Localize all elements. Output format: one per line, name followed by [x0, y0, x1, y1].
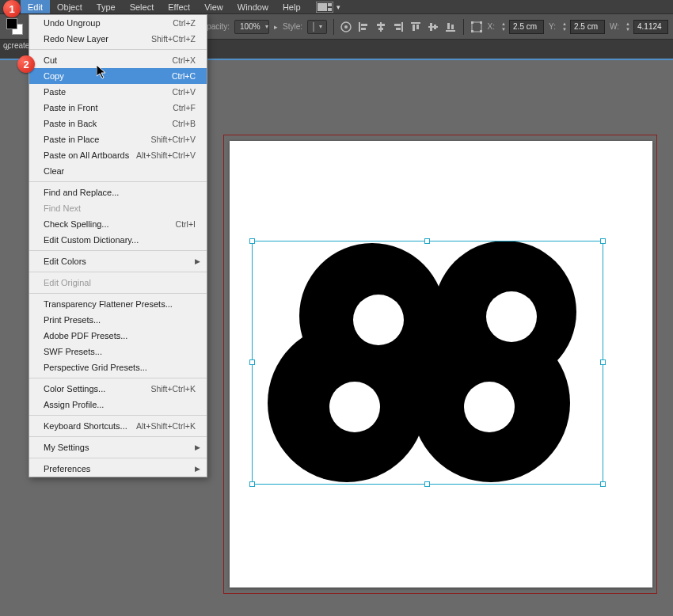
svg-rect-22	[447, 23, 450, 29]
menubar-item-window[interactable]: Window	[230, 0, 276, 13]
stepper-icon[interactable]: ▲▼	[500, 20, 508, 34]
chevron-right-icon[interactable]: ▸	[274, 23, 278, 31]
menu-item-shortcut: Alt+Shift+Ctrl+K	[136, 420, 196, 432]
edit-menu-item[interactable]: Print Presets...	[29, 312, 207, 328]
edit-menu-item[interactable]: My Settings▶	[29, 439, 207, 455]
menu-item-label: Keyboard Shortcuts...	[44, 420, 127, 432]
w-field[interactable]: ▲▼ 4.1124	[624, 20, 668, 34]
align-top-icon[interactable]	[409, 19, 422, 35]
edit-menu-item[interactable]: Check Spelling...Ctrl+I	[29, 216, 207, 232]
graphic-style-dropdown[interactable]: ▾	[307, 20, 327, 34]
resize-handle-bl[interactable]	[249, 481, 255, 487]
resize-handle-tm[interactable]	[424, 238, 430, 244]
align-vcenter-icon[interactable]	[427, 19, 439, 35]
annotation-badge-2: 2	[17, 55, 35, 73]
edit-menu-item[interactable]: Adobe PDF Presets...	[29, 328, 207, 344]
edit-menu-item[interactable]: Preferences▶	[29, 461, 207, 477]
edit-menu-item[interactable]: Edit Colors▶	[29, 253, 207, 269]
menu-item-shortcut: Ctrl+I	[176, 219, 196, 230]
resize-handle-tl[interactable]	[249, 238, 255, 244]
align-left-icon[interactable]	[357, 19, 370, 35]
menu-item-shortcut: Shift+Ctrl+K	[150, 383, 196, 394]
style-label: Style:	[283, 22, 302, 31]
y-label: Y:	[549, 22, 556, 31]
resize-handle-br[interactable]	[600, 481, 606, 487]
menu-item-label: Edit Colors	[44, 256, 86, 267]
edit-menu-item[interactable]: Color Settings...Shift+Ctrl+K	[29, 381, 207, 397]
edit-menu-item[interactable]: PasteCtrl+V	[29, 84, 207, 100]
edit-menu-item[interactable]: Transparency Flattener Presets...	[29, 296, 207, 312]
edit-menu-item[interactable]: SWF Presets...	[29, 344, 207, 359]
resize-handle-tr[interactable]	[600, 238, 606, 244]
workspace-layout-switcher[interactable]	[316, 2, 333, 13]
svg-rect-15	[411, 22, 420, 24]
menubar-item-type[interactable]: Type	[89, 0, 123, 13]
chevron-right-icon: ▶	[195, 256, 200, 267]
menubar-item-view[interactable]: View	[197, 0, 230, 13]
fill-swatch[interactable]	[6, 18, 17, 29]
y-field[interactable]: ▲▼ 2.5 cm	[561, 20, 605, 34]
edit-menu-item[interactable]: Clear	[29, 163, 207, 179]
chevron-down-icon: ▾	[319, 23, 322, 30]
align-bottom-icon[interactable]	[444, 19, 457, 35]
svg-rect-16	[413, 25, 415, 31]
menu-item-label: Cut	[44, 55, 57, 66]
edit-menu-item[interactable]: Redo New LayerShift+Ctrl+Z	[29, 31, 207, 47]
svg-rect-17	[416, 25, 419, 29]
w-value[interactable]: 4.1124	[633, 20, 668, 34]
menubar-item-effect[interactable]: Effect	[161, 0, 197, 13]
edit-menu-item[interactable]: Paste in PlaceShift+Ctrl+V	[29, 131, 207, 147]
menu-item-label: Redo New Layer	[44, 33, 108, 44]
svg-rect-10	[377, 24, 385, 26]
y-value[interactable]: 2.5 cm	[570, 20, 605, 34]
edit-menu-item[interactable]: Assign Profile...	[29, 397, 207, 413]
edit-menu-item[interactable]: Perspective Grid Presets...	[29, 359, 207, 375]
stepper-icon[interactable]: ▲▼	[624, 20, 632, 34]
align-right-icon[interactable]	[392, 19, 405, 35]
edit-menu-item[interactable]: CopyCtrl+C	[29, 68, 207, 84]
edit-menu-item[interactable]: CutCtrl+X	[29, 52, 207, 68]
menubar-item-select[interactable]: Select	[123, 0, 162, 13]
resize-handle-ml[interactable]	[249, 359, 255, 365]
menubar-item-object[interactable]: Object	[50, 0, 89, 13]
recolor-icon[interactable]	[340, 19, 352, 35]
transform-icon[interactable]	[470, 19, 483, 35]
selection-bounding-box[interactable]	[252, 241, 603, 485]
edit-menu-dropdown[interactable]: Undo UngroupCtrl+ZRedo New LayerShift+Ct…	[29, 14, 207, 477]
stepper-icon[interactable]: ▲▼	[561, 20, 568, 34]
menu-item-label: Paste	[44, 86, 66, 97]
resize-handle-bm[interactable]	[424, 481, 430, 487]
menu-item-label: Transparency Flattener Presets...	[44, 298, 173, 310]
menu-item-label: Find Next	[44, 203, 81, 214]
edit-menu-item[interactable]: Keyboard Shortcuts...Alt+Shift+Ctrl+K	[29, 418, 207, 434]
svg-rect-8	[361, 28, 366, 30]
resize-handle-mr[interactable]	[600, 359, 606, 365]
svg-rect-12	[401, 22, 403, 32]
svg-rect-13	[394, 24, 401, 26]
fill-stroke-swatch[interactable]	[6, 18, 15, 36]
edit-menu-item[interactable]: Edit Custom Dictionary...	[29, 232, 207, 248]
edit-menu-item[interactable]: Paste in BackCtrl+B	[29, 116, 207, 131]
menu-item-shortcut: Ctrl+C	[172, 70, 196, 82]
x-field[interactable]: ▲▼ 2.5 cm	[500, 20, 544, 34]
edit-menu-item[interactable]: Paste in FrontCtrl+F	[29, 100, 207, 116]
svg-rect-7	[361, 24, 367, 26]
svg-rect-19	[430, 23, 432, 31]
x-value[interactable]: 2.5 cm	[509, 20, 544, 34]
svg-rect-20	[434, 25, 436, 29]
edit-menu-item[interactable]: Find and Replace...	[29, 184, 207, 200]
menubar-item-help[interactable]: Help	[276, 0, 308, 13]
menu-item-label: Preferences	[44, 463, 90, 474]
align-hcenter-icon[interactable]	[375, 19, 387, 35]
menubar-item-edit[interactable]: Edit	[21, 0, 50, 13]
menu-item-shortcut: Ctrl+X	[173, 55, 196, 66]
edit-menu-item[interactable]: Undo UngroupCtrl+Z	[29, 15, 207, 31]
svg-rect-1	[317, 3, 327, 11]
svg-rect-23	[451, 25, 454, 29]
svg-rect-28	[480, 30, 482, 32]
menu-item-label: Color Settings...	[44, 383, 105, 394]
menu-item-label: My Settings	[44, 442, 89, 453]
opacity-dropdown[interactable]: 100% ▾	[234, 20, 269, 34]
svg-rect-6	[359, 22, 360, 32]
edit-menu-item[interactable]: Paste on All ArtboardsAlt+Shift+Ctrl+V	[29, 147, 207, 163]
